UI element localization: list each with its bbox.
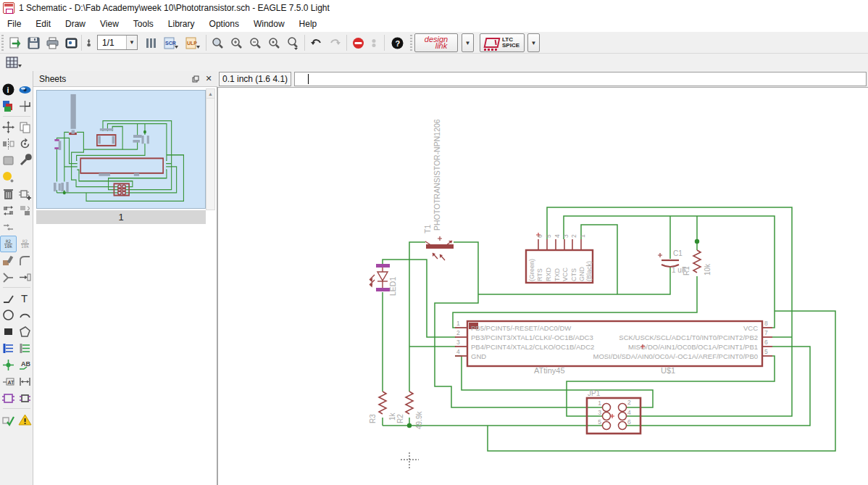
ic-pin-label: PB5/PCINT5/-RESET/ADC0/DW [471,324,571,332]
arc-tool[interactable] [17,307,33,323]
attribute-tool[interactable]: AT [0,373,17,390]
sheet-selector[interactable]: 1/1 ▼ [97,35,138,50]
move-icon [1,120,15,134]
component-led1[interactable]: LED1 [370,264,397,296]
menu-file[interactable]: File [0,17,28,31]
bus-tool[interactable] [0,340,17,357]
component-jp1[interactable]: JP1 1 2 3 4 5 6 [587,389,640,434]
delete-tool[interactable] [0,186,17,202]
design-link-button[interactable]: design link [414,33,458,52]
smash-tool[interactable] [0,252,17,269]
close-panel-button[interactable]: ✕ [203,73,214,85]
menu-edit[interactable]: Edit [28,17,58,31]
zoom-redraw-button[interactable] [284,34,301,51]
dimension-tool[interactable] [17,373,33,390]
component-t1[interactable]: T1 PHOTOTRANSISTOR-NPN1206 [423,119,454,260]
grid-icon [5,56,22,70]
split-tool[interactable] [0,269,17,286]
schematic-drawing[interactable]: T1 PHOTOTRANSISTOR-NPN1206 LED1 6 5 4 3 … [218,88,868,485]
stop-button[interactable] [349,34,367,51]
jp1-pin-number: 4 [627,409,631,416]
cut-tool[interactable] [0,169,17,186]
copy-tool[interactable] [17,119,33,136]
mirror-tool[interactable] [0,136,17,152]
script-button[interactable]: SCR [161,34,181,51]
go-button[interactable] [368,34,380,51]
menu-help[interactable]: Help [292,17,325,31]
gateswap-tool[interactable] [0,219,17,236]
design-link-dropdown[interactable]: ▼ [462,33,474,52]
change-tool[interactable] [17,152,33,169]
frame2-icon [18,391,32,405]
save-button[interactable] [25,34,42,51]
polygon-tool[interactable] [17,323,33,340]
ltc-spice-button[interactable]: LTC SPICE [480,33,525,52]
sheet-thumbnail[interactable] [36,90,206,209]
junction-tool[interactable] [0,357,17,373]
frame2-tool[interactable] [17,390,33,407]
value-tool[interactable]: R210k [17,236,33,252]
menu-options[interactable]: Options [202,17,246,31]
frame-tool[interactable] [0,390,17,407]
ic-pin-number: 4 [456,348,460,355]
net-tool[interactable] [17,340,33,357]
miter-tool[interactable] [17,252,33,269]
toolbar-separator [206,35,206,51]
help-button[interactable]: ? [388,34,406,51]
circle-tool[interactable] [0,307,17,323]
pinswap-icon [1,204,15,217]
sheet-1-caption[interactable]: 1 [36,210,206,224]
mark-tool[interactable] [17,98,33,115]
command-input[interactable] [294,72,867,86]
schematic-canvas[interactable]: T1 PHOTOTRANSISTOR-NPN1206 LED1 6 5 4 3 … [217,87,868,485]
erc-tool[interactable] [0,412,17,428]
zoom-in-button[interactable] [228,34,245,51]
export-image-button[interactable] [62,34,80,51]
menu-tools[interactable]: Tools [126,17,161,31]
jp1-pin-number: 3 [598,409,601,416]
menu-view[interactable]: View [93,17,126,31]
scroll-up-icon[interactable]: ▲ [206,89,214,99]
label-tool[interactable]: AB [17,357,33,373]
undo-button[interactable] [307,34,325,51]
display-layers-tool[interactable] [0,98,17,115]
pinswap-tool[interactable] [0,202,17,219]
ltc-spice-dropdown[interactable]: ▼ [527,33,540,52]
zoom-out-button[interactable] [246,34,264,51]
show-tool[interactable] [17,81,33,98]
print-button[interactable] [43,34,61,51]
wire [409,242,425,391]
open-button[interactable] [6,34,23,51]
menu-window[interactable]: Window [246,17,292,31]
zoom-fit-button[interactable] [209,34,226,51]
info-tool[interactable]: i [0,81,17,98]
name-tool[interactable]: R210k [0,236,17,252]
text-tool[interactable]: T [17,290,33,307]
move-tool[interactable] [0,119,17,136]
float-panel-button[interactable] [190,73,201,85]
group-tool[interactable] [0,152,17,169]
redo-button[interactable] [326,34,343,51]
rotate-tool[interactable] [17,136,33,152]
palette-spacer [17,219,33,236]
chevron-down-icon[interactable]: ▼ [126,36,137,49]
sheets-scrollbar[interactable]: ▲ [206,88,215,210]
replace-tool[interactable] [17,202,33,219]
errors-tool[interactable] [17,412,33,428]
zoom-select-button[interactable] [265,34,283,51]
invoke-tool[interactable] [17,269,33,286]
rect-tool[interactable] [0,323,17,340]
columns-button[interactable] [142,34,159,51]
sheet-pin-button[interactable] [83,34,95,51]
menu-library[interactable]: Library [161,17,202,31]
component-r1[interactable]: R1 10k [683,250,711,275]
add-part-tool[interactable] [17,186,33,202]
toolbar-drag-handle[interactable] [1,35,4,51]
ulp-button[interactable]: ULP [183,34,203,51]
menu-draw[interactable]: Draw [58,17,93,31]
wire-tool[interactable] [0,290,17,307]
component-ftdi-header[interactable]: 6 5 4 3 2 1 (Green) RTS RXD TXD VCC CTS … [526,233,593,283]
grid-button[interactable] [3,54,25,71]
component-attiny45[interactable]: 1 2 3 4 8 7 6 5 PB5/PCINT5/-RESET/ADC0/D… [455,320,772,375]
toolbar-drag-handle[interactable] [410,35,412,51]
